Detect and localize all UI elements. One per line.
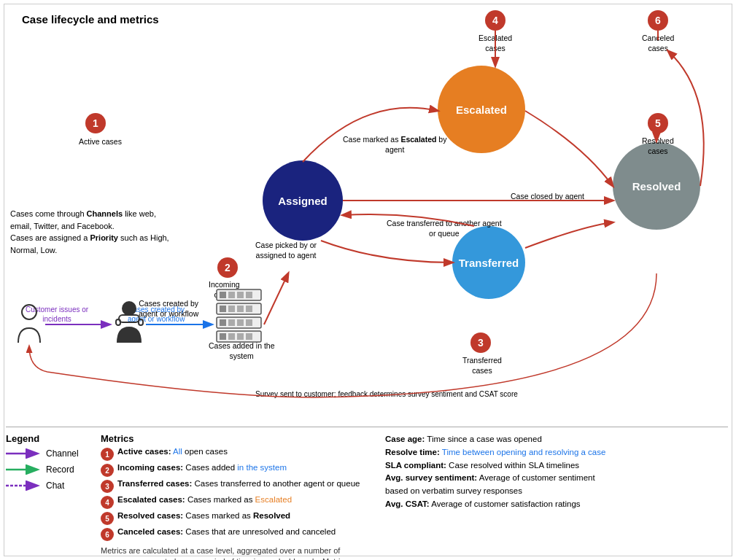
svg-rect-22	[228, 333, 235, 340]
right-metric-2: Resolve time: Time between opening and r…	[385, 446, 611, 459]
right-metric-3: SLA compliant: Case resolved within SLA …	[385, 459, 611, 472]
circle-assigned: Assigned	[263, 160, 343, 241]
metric-item-4: 4 Escalated cases: Cases marked as Escal…	[101, 495, 363, 509]
right-metric-5: Avg. CSAT: Average of customer satisfact…	[385, 498, 611, 511]
legend-chat-label: Chat	[46, 481, 64, 491]
svg-rect-2	[119, 315, 139, 322]
num-4: 4	[485, 10, 505, 31]
metric-item-6: 6 Canceled cases: Cases that are unresol…	[101, 527, 363, 541]
svg-rect-7	[228, 292, 235, 298]
num-3: 3	[470, 332, 491, 353]
metrics-title: Metrics	[101, 433, 363, 444]
svg-rect-19	[246, 319, 252, 326]
channel-arrow-icon	[6, 448, 42, 459]
legend-title: Legend	[6, 433, 86, 444]
annot-case-picked: Case picked by orassigned to agent	[255, 241, 317, 260]
num-5: 5	[648, 113, 668, 133]
legend-item-channel: Channel	[6, 448, 86, 459]
annot-survey: Survey sent to customer; feedback determ…	[255, 389, 518, 399]
chat-arrow-icon	[6, 481, 42, 491]
num-1: 1	[85, 113, 106, 133]
metric-num-1: 1	[101, 448, 114, 461]
svg-rect-3	[116, 319, 120, 325]
metric-num-2: 2	[101, 464, 114, 477]
customer-icon	[15, 303, 44, 346]
svg-point-1	[122, 301, 136, 316]
annot-escalated-by-agent: Case marked as Escalated byagent	[343, 135, 446, 155]
legend-section: Legend Channel Record	[6, 427, 728, 560]
svg-point-0	[22, 305, 36, 319]
svg-rect-12	[228, 306, 235, 312]
svg-rect-14	[246, 306, 252, 312]
num-2: 2	[217, 257, 238, 278]
agent-icon	[113, 299, 146, 346]
svg-rect-11	[220, 306, 226, 312]
right-metric-4: Avg. survey sentiment: Average of custom…	[385, 472, 611, 498]
metric-num-3: 3	[101, 480, 114, 493]
svg-rect-23	[237, 333, 244, 340]
legend-item-record: Record	[6, 464, 86, 475]
svg-rect-4	[139, 319, 143, 325]
svg-rect-8	[237, 292, 244, 298]
svg-rect-13	[237, 306, 244, 312]
queue-icon	[215, 288, 263, 343]
annot-case-transferred: Case transferred to another agentor queu…	[387, 219, 502, 238]
svg-rect-24	[246, 333, 252, 340]
page-title: Case lifecycle and metrics	[22, 13, 159, 26]
svg-rect-18	[237, 319, 244, 326]
svg-rect-6	[220, 292, 226, 298]
legend-channel-label: Channel	[46, 448, 79, 459]
metric-num-5: 5	[101, 512, 114, 525]
bottom-desc: Cases come through Channels like web, em…	[10, 208, 178, 256]
label-1: Active cases	[79, 137, 122, 147]
metric-item-2: 2 Incoming cases: Cases added in the sys…	[101, 463, 363, 477]
svg-rect-9	[246, 292, 252, 298]
annot-cases-added: Cases added in thesystem	[209, 341, 274, 361]
record-arrow-icon	[6, 464, 42, 475]
circle-escalated: Escalated	[438, 66, 525, 153]
label-3: Transferredcases	[462, 356, 502, 376]
annot-case-closed: Case closed by agent	[511, 192, 584, 202]
label-6: Canceledcases	[642, 34, 674, 53]
label-5: Resolvedcases	[642, 136, 674, 156]
metric-item-5: 5 Resolved cases: Cases marked as Resolv…	[101, 511, 363, 525]
metric-num-4: 4	[101, 496, 114, 509]
num-6: 6	[648, 10, 668, 31]
svg-rect-17	[228, 319, 235, 326]
svg-rect-16	[220, 319, 226, 326]
metrics-col: Metrics 1 Active cases: All open cases 2…	[101, 433, 363, 560]
metric-item-3: 3 Transferred cases: Cases transferred t…	[101, 479, 363, 493]
label-4: Escalatedcases	[479, 34, 512, 53]
right-metrics: Case age: Time since a case was opened R…	[385, 433, 611, 511]
legend-item-chat: Chat	[6, 481, 86, 491]
metrics-note: Metrics are calculated at a case level, …	[101, 545, 349, 560]
legend-record-label: Record	[46, 464, 74, 475]
metric-num-6: 6	[101, 528, 114, 541]
right-metric-1: Case age: Time since a case was opened	[385, 433, 611, 446]
svg-rect-21	[220, 333, 226, 340]
metric-item-1: 1 Active cases: All open cases	[101, 447, 363, 461]
